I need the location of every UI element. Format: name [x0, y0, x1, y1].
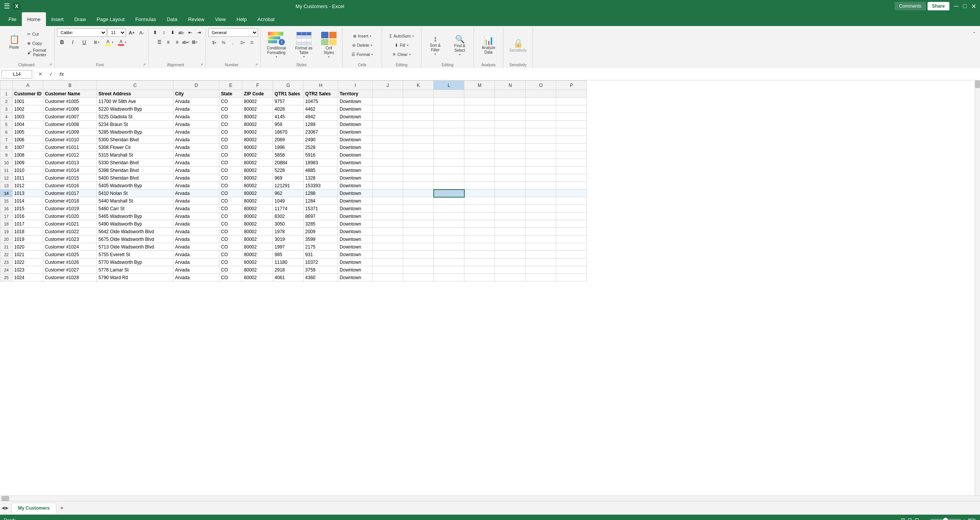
cell-J25[interactable]	[372, 274, 403, 281]
cell-B10[interactable]: Customer #1013	[43, 159, 97, 167]
cell-F3[interactable]: 80002	[242, 105, 273, 113]
cell-M17[interactable]	[464, 213, 495, 220]
cell-P17[interactable]	[556, 213, 587, 220]
cell-E24[interactable]: CO	[219, 266, 242, 274]
vertical-scrollbar[interactable]	[975, 80, 980, 495]
cell-K17[interactable]	[403, 213, 434, 220]
cell-K7[interactable]	[403, 136, 434, 144]
cell-F24[interactable]: 80002	[242, 266, 273, 274]
cell-C16[interactable]: 5460 Carr St	[97, 205, 173, 213]
cell-A20[interactable]: 1019	[13, 235, 43, 243]
cell-G11[interactable]: 5228	[273, 167, 304, 174]
cell-M3[interactable]	[464, 105, 495, 113]
cell-P7[interactable]	[556, 136, 587, 144]
cell-C11[interactable]: 5398 Sheridan Blvd	[97, 167, 173, 174]
cell-P6[interactable]	[556, 128, 587, 136]
cell-K1[interactable]	[403, 90, 434, 98]
cell-A16[interactable]: 1015	[13, 205, 43, 213]
page-layout-view-button[interactable]: ⊡	[908, 517, 912, 520]
cell-H2[interactable]: 10475	[304, 98, 338, 105]
cell-G7[interactable]: 2069	[273, 136, 304, 144]
cell-H21[interactable]: 2175	[304, 243, 338, 251]
cell-O13[interactable]	[526, 182, 556, 190]
underline-button[interactable]: U	[78, 38, 90, 46]
cell-L16[interactable]	[434, 205, 464, 213]
cell-J19[interactable]	[372, 228, 403, 235]
cell-I15[interactable]: Downtown	[338, 197, 372, 205]
cell-L13[interactable]	[434, 182, 464, 190]
cell-E1[interactable]: State	[219, 90, 242, 98]
cell-D25[interactable]: Arvada	[173, 274, 219, 281]
cell-P20[interactable]	[556, 235, 587, 243]
cell-M6[interactable]	[464, 128, 495, 136]
cell-P16[interactable]	[556, 205, 587, 213]
cell-J15[interactable]	[372, 197, 403, 205]
cell-B13[interactable]: Customer #1016	[43, 182, 97, 190]
cell-D3[interactable]: Arvada	[173, 105, 219, 113]
cell-F23[interactable]: 80002	[242, 258, 273, 266]
cell-A22[interactable]: 1021	[13, 251, 43, 258]
cell-reference-input[interactable]	[2, 70, 32, 78]
align-center-button[interactable]: ≡	[164, 38, 173, 46]
cell-K14[interactable]	[403, 190, 434, 197]
cell-K2[interactable]	[403, 98, 434, 105]
font-dialog-launcher[interactable]: ↗	[143, 63, 146, 67]
cell-K11[interactable]	[403, 167, 434, 174]
cell-B1[interactable]: Customer Name	[43, 90, 97, 98]
format-button[interactable]: ☰ Format ▾	[345, 50, 379, 59]
cell-K18[interactable]	[403, 220, 434, 228]
cell-B24[interactable]: Customer #1027	[43, 266, 97, 274]
row-number[interactable]: 16	[0, 205, 13, 213]
cell-A2[interactable]: 1001	[13, 98, 43, 105]
cell-A11[interactable]: 1010	[13, 167, 43, 174]
tab-acrobat[interactable]: Acrobat	[252, 12, 280, 26]
cell-O23[interactable]	[526, 258, 556, 266]
row-number[interactable]: 17	[0, 213, 13, 220]
insert-button[interactable]: ⊕ Insert ▾	[345, 32, 379, 40]
grid-wrapper[interactable]: A B C D E F G H I J K L M N O	[0, 80, 975, 495]
cell-L17[interactable]	[434, 213, 464, 220]
cell-K15[interactable]	[403, 197, 434, 205]
cell-H15[interactable]: 1284	[304, 197, 338, 205]
cell-O6[interactable]	[526, 128, 556, 136]
cell-I8[interactable]: Downtown	[338, 144, 372, 151]
cell-P9[interactable]	[556, 151, 587, 159]
cell-D23[interactable]: Arvada	[173, 258, 219, 266]
font-size-select[interactable]: 11	[108, 28, 126, 37]
cell-N2[interactable]	[495, 98, 526, 105]
cell-P8[interactable]	[556, 144, 587, 151]
cell-J16[interactable]	[372, 205, 403, 213]
cell-H4[interactable]: 4942	[304, 113, 338, 121]
cell-A14[interactable]: 1013	[13, 190, 43, 197]
cell-L3[interactable]	[434, 105, 464, 113]
cell-D5[interactable]: Arvada	[173, 121, 219, 128]
cell-P4[interactable]	[556, 113, 587, 121]
cell-M19[interactable]	[464, 228, 495, 235]
cancel-formula-button[interactable]: ✕	[36, 70, 45, 78]
copy-button[interactable]: ⊕ Copy	[25, 39, 52, 47]
cell-D11[interactable]: Arvada	[173, 167, 219, 174]
cell-P5[interactable]	[556, 121, 587, 128]
cell-K13[interactable]	[403, 182, 434, 190]
cell-I10[interactable]: Downtown	[338, 159, 372, 167]
cell-H10[interactable]: 18983	[304, 159, 338, 167]
prev-sheet-button[interactable]: ◀	[2, 505, 5, 510]
cell-P11[interactable]	[556, 167, 587, 174]
cell-G10[interactable]: 20884	[273, 159, 304, 167]
cell-N5[interactable]	[495, 121, 526, 128]
cell-L12[interactable]	[434, 174, 464, 182]
share-button[interactable]: Share	[928, 2, 949, 10]
cell-A3[interactable]: 1002	[13, 105, 43, 113]
cell-I25[interactable]: Downtown	[338, 274, 372, 281]
cell-L6[interactable]	[434, 128, 464, 136]
cell-C2[interactable]: 11700 W 58th Ave	[97, 98, 173, 105]
cell-O11[interactable]	[526, 167, 556, 174]
cell-D8[interactable]: Arvada	[173, 144, 219, 151]
cell-C14[interactable]: 5410 Nolan St	[97, 190, 173, 197]
cell-O8[interactable]	[526, 144, 556, 151]
add-sheet-button[interactable]: +	[57, 503, 67, 513]
next-sheet-button[interactable]: ▶	[5, 505, 8, 510]
cell-G5[interactable]: 959	[273, 121, 304, 128]
cell-A24[interactable]: 1023	[13, 266, 43, 274]
cell-L4[interactable]	[434, 113, 464, 121]
